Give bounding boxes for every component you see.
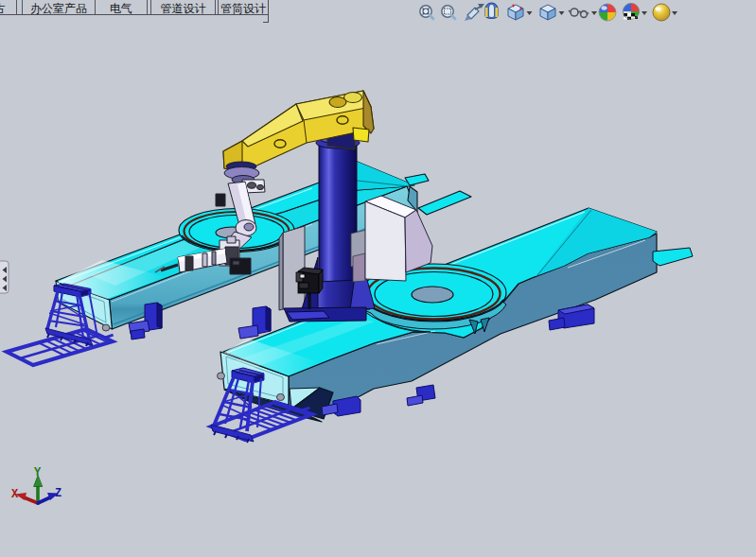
svg-text:Z: Z bbox=[55, 487, 62, 500]
svg-text:Y: Y bbox=[34, 466, 42, 479]
svg-text:X: X bbox=[11, 488, 19, 501]
